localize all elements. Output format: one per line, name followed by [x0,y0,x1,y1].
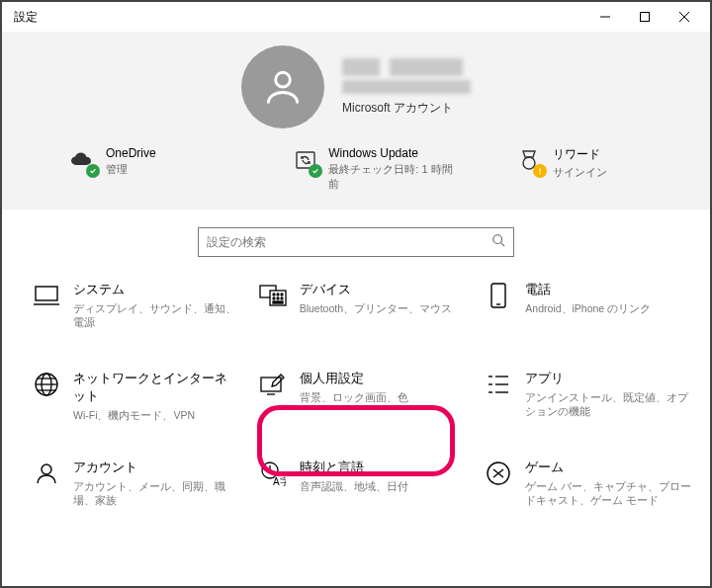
category-time-language[interactable]: A字 時刻と言語 音声認識、地域、日付 [252,449,473,536]
window-title: 設定 [8,9,38,26]
status-sub: サインイン [553,165,607,180]
check-badge-icon [309,164,322,178]
avatar [241,45,324,128]
account-panel: Microsoft アカウント OneDrive 管理 [2,32,710,210]
category-sub: Android、iPhone のリンク [525,301,651,315]
onedrive-icon [68,146,96,174]
rewards-icon [515,146,543,174]
category-title: 電話 [525,281,651,298]
category-phone[interactable]: 電話 Android、iPhone のリンク [478,271,698,358]
status-title: Windows Update [328,146,460,160]
account-icon [32,459,61,488]
svg-rect-11 [36,287,57,300]
category-personalize[interactable]: 個人用設定 背景、ロック画面、色 [252,360,473,447]
status-title: OneDrive [106,146,156,160]
time-language-icon: A字 [258,459,288,488]
svg-point-20 [281,297,283,299]
category-title: アカウント [73,459,240,476]
svg-point-15 [273,294,275,295]
category-system[interactable]: システム ディスプレイ、サウンド、通知、電源 [26,271,246,358]
status-sub: 管理 [106,162,156,177]
account-type-label: Microsoft アカウント [342,100,471,117]
svg-point-16 [277,294,279,295]
status-title: リワード [553,146,607,163]
category-sub: アンインストール、既定値、オプションの機能 [525,390,692,418]
warning-badge-icon [533,164,547,178]
categories-grid: システム ディスプレイ、サウンド、通知、電源 デバイス Bluetooth、プリ… [2,265,710,586]
maximize-button[interactable] [625,3,665,31]
svg-point-17 [281,294,283,295]
search-input[interactable] [207,235,491,249]
category-title: 時刻と言語 [300,459,408,476]
category-sub: Bluetooth、プリンター、マウス [300,301,452,315]
category-sub: 背景、ロック画面、色 [300,390,408,404]
svg-point-18 [273,297,275,299]
category-network[interactable]: ネットワークとインターネット Wi-Fi、機内モード、VPN [26,360,246,447]
status-sub: 最終チェック日時: 1 時間前 [328,162,460,192]
account-name-blurred [342,58,471,76]
phone-icon [484,281,513,310]
status-rewards[interactable]: リワード サインイン [515,146,644,192]
category-title: ゲーム [525,459,692,476]
svg-point-9 [493,234,502,243]
category-title: ネットワークとインターネット [73,370,240,405]
category-apps[interactable]: アプリ アンインストール、既定値、オプションの機能 [478,360,698,447]
search-icon [491,233,505,251]
apps-icon [484,370,513,399]
sync-icon [292,146,318,174]
category-sub: 音声認識、地域、日付 [300,479,408,493]
category-sub: ディスプレイ、サウンド、通知、電源 [73,301,240,329]
devices-icon [258,281,288,310]
category-sub: ゲーム バー、キャプチャ、ブロードキャスト、ゲーム モード [525,479,692,507]
category-title: システム [73,281,240,298]
check-badge-icon [86,164,100,178]
globe-icon [32,370,61,399]
titlebar: 設定 [2,2,710,32]
svg-line-10 [501,242,505,246]
category-devices[interactable]: デバイス Bluetooth、プリンター、マウス [252,271,473,358]
svg-text:A字: A字 [273,476,286,486]
search-box[interactable] [198,227,514,257]
category-sub: アカウント、メール、同期、職場、家族 [73,479,240,507]
svg-rect-29 [261,378,281,391]
system-icon [32,281,61,310]
svg-point-19 [277,297,279,299]
status-windows-update[interactable]: Windows Update 最終チェック日時: 1 時間前 [292,146,460,192]
svg-point-8 [539,173,540,174]
minimize-button[interactable] [585,3,625,31]
gaming-icon [484,459,513,488]
status-onedrive[interactable]: OneDrive 管理 [68,146,236,192]
category-title: デバイス [300,281,452,298]
svg-rect-1 [641,13,650,22]
close-button[interactable] [665,3,704,31]
category-gaming[interactable]: ゲーム ゲーム バー、キャプチャ、ブロードキャスト、ゲーム モード [478,449,698,536]
svg-point-4 [276,72,291,87]
svg-point-37 [42,464,51,474]
svg-rect-21 [273,301,283,303]
category-title: アプリ [525,370,692,387]
category-title: 個人用設定 [300,370,408,387]
personalize-icon [258,370,288,399]
account-email-blurred [342,80,471,94]
category-sub: Wi-Fi、機内モード、VPN [73,408,240,422]
category-accounts[interactable]: アカウント アカウント、メール、同期、職場、家族 [26,449,246,536]
